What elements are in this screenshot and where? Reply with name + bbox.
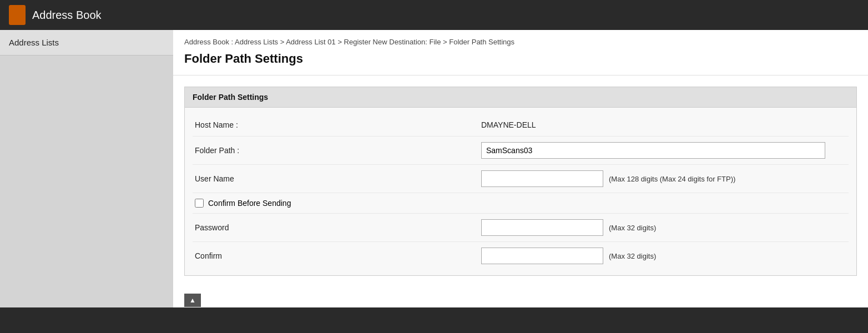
password-label: Password (193, 223, 481, 232)
sidebar: Address Lists (0, 30, 173, 307)
confirm-row: Confirm (Max 32 digits) (193, 242, 849, 270)
host-name-value: DMAYNE-DELL (481, 120, 536, 129)
form-section-header: Folder Path Settings (185, 87, 856, 108)
content-area: Address Book : Address Lists > Address L… (173, 30, 868, 307)
scroll-top-icon: ▲ (189, 296, 196, 304)
confirm-hint: (Max 32 digits) (609, 252, 656, 260)
app-title: Address Book (32, 9, 102, 22)
form-body: Host Name : DMAYNE-DELL Folder Path : Us… (185, 108, 856, 275)
folder-path-label: Folder Path : (193, 146, 481, 155)
confirm-before-sending-label: Confirm Before Sending (208, 199, 291, 208)
page-title: Folder Path Settings (173, 49, 868, 75)
host-name-row: Host Name : DMAYNE-DELL (193, 113, 849, 137)
bottom-bar (0, 307, 868, 333)
header-bar: Address Book (0, 0, 868, 30)
sidebar-item-label: Address Lists (9, 38, 59, 47)
scroll-to-top-button[interactable]: ▲ (184, 294, 201, 307)
address-book-icon (9, 5, 26, 25)
password-hint: (Max 32 digits) (609, 224, 656, 232)
form-section: Folder Path Settings Host Name : DMAYNE-… (184, 87, 857, 276)
user-name-input[interactable] (481, 170, 603, 187)
user-name-label: User Name (193, 174, 481, 183)
breadcrumb: Address Book : Address Lists > Address L… (173, 30, 868, 49)
user-name-row: User Name (Max 128 digits (Max 24 digits… (193, 165, 849, 193)
sidebar-item-address-lists[interactable]: Address Lists (0, 30, 173, 56)
host-name-label: Host Name : (193, 120, 481, 129)
password-input[interactable] (481, 219, 603, 236)
confirm-label: Confirm (193, 251, 481, 260)
scroll-top-area: ▲ (173, 287, 868, 307)
confirm-before-sending-row: Confirm Before Sending (193, 193, 849, 214)
user-name-hint: (Max 128 digits (Max 24 digits for FTP)) (609, 175, 735, 183)
password-row: Password (Max 32 digits) (193, 214, 849, 242)
main-container: Address Lists Address Book : Address Lis… (0, 30, 868, 307)
confirm-checkbox-area: Confirm Before Sending (193, 199, 291, 208)
folder-path-input[interactable] (481, 142, 825, 159)
confirm-input[interactable] (481, 248, 603, 264)
confirm-before-sending-checkbox[interactable] (195, 199, 204, 208)
folder-path-row: Folder Path : (193, 137, 849, 165)
